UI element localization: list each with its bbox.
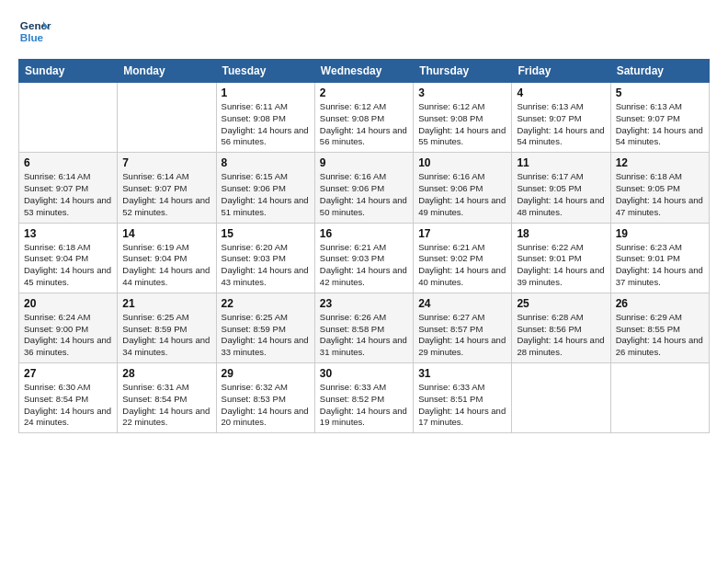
day-number: 8	[222, 156, 310, 169]
calendar-table: SundayMondayTuesdayWednesdayThursdayFrid…	[18, 59, 710, 433]
day-info: Sunrise: 6:14 AMSunset: 9:07 PMDaylight:…	[24, 171, 112, 218]
calendar-day-cell: 10Sunrise: 6:16 AMSunset: 9:06 PMDayligh…	[414, 153, 512, 223]
calendar-day-cell: 3Sunrise: 6:12 AMSunset: 9:08 PMDaylight…	[414, 83, 512, 153]
day-number: 22	[222, 297, 310, 310]
day-info: Sunrise: 6:24 AMSunset: 9:00 PMDaylight:…	[24, 312, 112, 359]
day-info: Sunrise: 6:21 AMSunset: 9:02 PMDaylight:…	[418, 242, 506, 289]
day-number: 24	[418, 297, 506, 310]
day-number: 11	[517, 156, 605, 169]
day-info: Sunrise: 6:15 AMSunset: 9:06 PMDaylight:…	[222, 171, 310, 218]
calendar-day-cell: 21Sunrise: 6:25 AMSunset: 8:59 PMDayligh…	[118, 293, 216, 362]
weekday-header: Monday	[118, 60, 216, 83]
day-number: 28	[122, 367, 210, 380]
calendar-day-cell: 12Sunrise: 6:18 AMSunset: 9:05 PMDayligh…	[610, 153, 709, 223]
weekday-header: Wednesday	[314, 60, 413, 83]
day-info: Sunrise: 6:33 AMSunset: 8:51 PMDaylight:…	[418, 382, 506, 429]
weekday-header: Tuesday	[216, 60, 314, 83]
day-info: Sunrise: 6:12 AMSunset: 9:08 PMDaylight:…	[418, 101, 506, 148]
day-info: Sunrise: 6:32 AMSunset: 8:53 PMDaylight:…	[222, 382, 310, 429]
day-info: Sunrise: 6:26 AMSunset: 8:58 PMDaylight:…	[320, 312, 408, 359]
day-number: 9	[320, 156, 408, 169]
day-info: Sunrise: 6:23 AMSunset: 9:01 PMDaylight:…	[616, 242, 704, 289]
day-number: 26	[616, 297, 704, 310]
day-number: 5	[616, 86, 704, 99]
day-info: Sunrise: 6:16 AMSunset: 9:06 PMDaylight:…	[418, 171, 506, 218]
svg-text:General: General	[20, 19, 51, 31]
day-info: Sunrise: 6:13 AMSunset: 9:07 PMDaylight:…	[517, 101, 605, 148]
calendar-day-cell: 20Sunrise: 6:24 AMSunset: 9:00 PMDayligh…	[19, 293, 118, 362]
day-number: 10	[418, 156, 506, 169]
calendar-day-cell: 8Sunrise: 6:15 AMSunset: 9:06 PMDaylight…	[216, 153, 314, 223]
calendar-day-cell: 27Sunrise: 6:30 AMSunset: 8:54 PMDayligh…	[19, 363, 118, 433]
calendar-day-cell: 30Sunrise: 6:33 AMSunset: 8:52 PMDayligh…	[314, 363, 413, 433]
day-number: 31	[418, 367, 506, 380]
calendar-day-cell: 2Sunrise: 6:12 AMSunset: 9:08 PMDaylight…	[314, 83, 413, 153]
logo: General Blue	[18, 15, 55, 48]
calendar-day-cell: 11Sunrise: 6:17 AMSunset: 9:05 PMDayligh…	[512, 153, 610, 223]
calendar-day-cell: 9Sunrise: 6:16 AMSunset: 9:06 PMDaylight…	[314, 153, 413, 223]
calendar-body: 1Sunrise: 6:11 AMSunset: 9:08 PMDaylight…	[19, 83, 710, 433]
day-number: 16	[320, 227, 408, 240]
day-info: Sunrise: 6:21 AMSunset: 9:03 PMDaylight:…	[320, 242, 408, 289]
calendar-day-cell: 13Sunrise: 6:18 AMSunset: 9:04 PMDayligh…	[19, 223, 118, 293]
calendar-day-cell	[19, 83, 118, 153]
day-number: 3	[418, 86, 506, 99]
weekday-row: SundayMondayTuesdayWednesdayThursdayFrid…	[19, 60, 710, 83]
day-info: Sunrise: 6:13 AMSunset: 9:07 PMDaylight:…	[616, 101, 704, 148]
day-info: Sunrise: 6:30 AMSunset: 8:54 PMDaylight:…	[24, 382, 112, 429]
calendar-day-cell: 22Sunrise: 6:25 AMSunset: 8:59 PMDayligh…	[216, 293, 314, 362]
day-info: Sunrise: 6:16 AMSunset: 9:06 PMDaylight:…	[320, 171, 408, 218]
weekday-header: Thursday	[414, 60, 512, 83]
day-info: Sunrise: 6:17 AMSunset: 9:05 PMDaylight:…	[517, 171, 605, 218]
day-info: Sunrise: 6:18 AMSunset: 9:05 PMDaylight:…	[616, 171, 704, 218]
calendar-week-row: 13Sunrise: 6:18 AMSunset: 9:04 PMDayligh…	[19, 223, 710, 293]
header: General Blue	[18, 15, 710, 48]
calendar-day-cell: 25Sunrise: 6:28 AMSunset: 8:56 PMDayligh…	[512, 293, 610, 362]
calendar-day-cell	[512, 363, 610, 433]
calendar-day-cell: 6Sunrise: 6:14 AMSunset: 9:07 PMDaylight…	[19, 153, 118, 223]
calendar-day-cell: 31Sunrise: 6:33 AMSunset: 8:51 PMDayligh…	[414, 363, 512, 433]
calendar-week-row: 6Sunrise: 6:14 AMSunset: 9:07 PMDaylight…	[19, 153, 710, 223]
calendar-day-cell: 23Sunrise: 6:26 AMSunset: 8:58 PMDayligh…	[314, 293, 413, 362]
calendar-day-cell: 28Sunrise: 6:31 AMSunset: 8:54 PMDayligh…	[118, 363, 216, 433]
day-number: 18	[517, 227, 605, 240]
day-number: 21	[122, 297, 210, 310]
svg-text:Blue: Blue	[20, 31, 44, 43]
calendar-day-cell: 24Sunrise: 6:27 AMSunset: 8:57 PMDayligh…	[414, 293, 512, 362]
day-number: 20	[24, 297, 112, 310]
day-info: Sunrise: 6:33 AMSunset: 8:52 PMDaylight:…	[320, 382, 408, 429]
day-number: 2	[320, 86, 408, 99]
day-number: 13	[24, 227, 112, 240]
day-number: 30	[320, 367, 408, 380]
calendar-day-cell: 16Sunrise: 6:21 AMSunset: 9:03 PMDayligh…	[314, 223, 413, 293]
calendar-day-cell: 4Sunrise: 6:13 AMSunset: 9:07 PMDaylight…	[512, 83, 610, 153]
day-info: Sunrise: 6:31 AMSunset: 8:54 PMDaylight:…	[122, 382, 210, 429]
day-info: Sunrise: 6:20 AMSunset: 9:03 PMDaylight:…	[222, 242, 310, 289]
weekday-header: Friday	[512, 60, 610, 83]
day-number: 25	[517, 297, 605, 310]
calendar-day-cell: 19Sunrise: 6:23 AMSunset: 9:01 PMDayligh…	[610, 223, 709, 293]
weekday-header: Sunday	[19, 60, 118, 83]
day-number: 17	[418, 227, 506, 240]
calendar-day-cell: 15Sunrise: 6:20 AMSunset: 9:03 PMDayligh…	[216, 223, 314, 293]
day-info: Sunrise: 6:22 AMSunset: 9:01 PMDaylight:…	[517, 242, 605, 289]
day-info: Sunrise: 6:11 AMSunset: 9:08 PMDaylight:…	[222, 101, 310, 148]
calendar-day-cell: 29Sunrise: 6:32 AMSunset: 8:53 PMDayligh…	[216, 363, 314, 433]
calendar-day-cell	[610, 363, 709, 433]
day-number: 12	[616, 156, 704, 169]
calendar-header: SundayMondayTuesdayWednesdayThursdayFrid…	[19, 60, 710, 83]
day-number: 15	[222, 227, 310, 240]
calendar-day-cell	[118, 83, 216, 153]
calendar-day-cell: 17Sunrise: 6:21 AMSunset: 9:02 PMDayligh…	[414, 223, 512, 293]
day-number: 23	[320, 297, 408, 310]
day-info: Sunrise: 6:14 AMSunset: 9:07 PMDaylight:…	[122, 171, 210, 218]
day-number: 27	[24, 367, 112, 380]
calendar-week-row: 27Sunrise: 6:30 AMSunset: 8:54 PMDayligh…	[19, 363, 710, 433]
day-number: 29	[222, 367, 310, 380]
calendar-week-row: 20Sunrise: 6:24 AMSunset: 9:00 PMDayligh…	[19, 293, 710, 362]
page: General Blue SundayMondayTuesdayWednesda…	[0, 0, 728, 563]
calendar-day-cell: 18Sunrise: 6:22 AMSunset: 9:01 PMDayligh…	[512, 223, 610, 293]
calendar-day-cell: 14Sunrise: 6:19 AMSunset: 9:04 PMDayligh…	[118, 223, 216, 293]
logo-icon: General Blue	[18, 15, 51, 48]
day-info: Sunrise: 6:25 AMSunset: 8:59 PMDaylight:…	[122, 312, 210, 359]
